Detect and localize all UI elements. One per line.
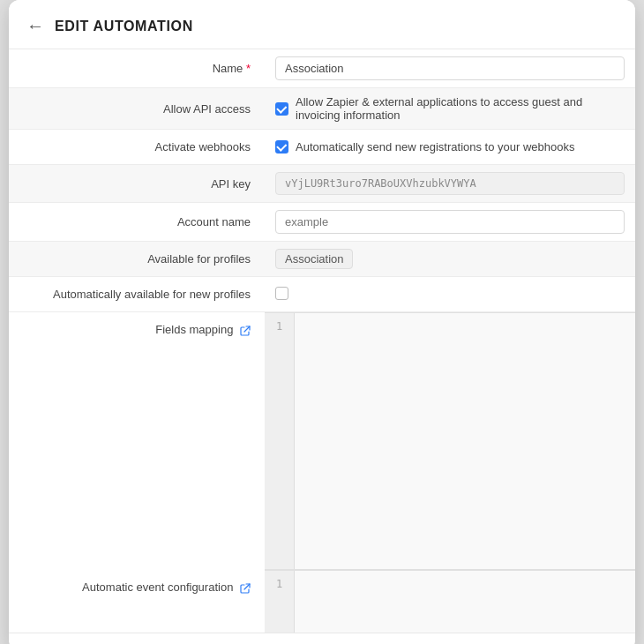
- available-profiles-label: Available for profiles: [9, 243, 265, 274]
- account-name-value: [265, 203, 635, 241]
- auto-event-editor[interactable]: 1: [265, 570, 635, 633]
- name-value: [265, 49, 635, 87]
- auto-event-external-link-icon[interactable]: [240, 583, 251, 594]
- auto-available-value: [265, 280, 635, 310]
- svg-line-0: [244, 326, 250, 332]
- allow-api-checkbox[interactable]: [275, 102, 288, 116]
- activate-webhooks-text: Automatically send new registrations to …: [296, 140, 575, 154]
- allow-api-text: Allow Zapier & external applications to …: [296, 95, 625, 122]
- auto-available-row: Automatically available for new profiles: [9, 277, 635, 312]
- auto-event-content[interactable]: [295, 571, 635, 633]
- api-key-input[interactable]: [275, 172, 625, 195]
- fields-mapping-content[interactable]: [295, 313, 635, 569]
- svg-line-1: [244, 584, 250, 589]
- activate-webhooks-checkbox-row: Automatically send new registrations to …: [275, 140, 625, 154]
- allow-api-value: Allow Zapier & external applications to …: [265, 88, 635, 129]
- available-profiles-value: Association: [265, 242, 635, 276]
- account-name-row: Account name: [9, 203, 635, 242]
- activate-webhooks-checkbox[interactable]: [275, 140, 288, 154]
- fields-mapping-row: Fields mapping 1: [9, 312, 635, 570]
- page-header: ← EDIT AUTOMATION: [9, 0, 635, 49]
- auto-available-label: Automatically available for new profiles: [9, 279, 265, 310]
- fields-mapping-editor[interactable]: 1: [265, 312, 635, 570]
- auto-event-label: Automatic event configuration: [9, 570, 265, 603]
- auto-available-checkbox[interactable]: [275, 287, 288, 300]
- allow-api-label: Allow API access: [9, 94, 265, 124]
- profile-tag[interactable]: Association: [275, 249, 353, 269]
- fields-mapping-external-link-icon[interactable]: [240, 326, 251, 336]
- back-button[interactable]: ←: [26, 16, 44, 36]
- account-name-label: Account name: [9, 206, 265, 237]
- fields-mapping-label: Fields mapping: [9, 312, 265, 345]
- name-row: Name *: [9, 49, 635, 88]
- activate-webhooks-label: Activate webhooks: [9, 131, 265, 162]
- account-name-input[interactable]: [275, 210, 625, 234]
- api-key-row: API key: [9, 165, 635, 203]
- name-input[interactable]: [275, 56, 625, 80]
- page-title: EDIT AUTOMATION: [55, 19, 193, 34]
- edit-automation-window: ← EDIT AUTOMATION Name * Allow API acces…: [9, 0, 635, 644]
- name-label: Name *: [9, 53, 265, 84]
- allow-api-access-row: Allow API access Allow Zapier & external…: [9, 88, 635, 130]
- required-indicator: *: [246, 62, 251, 75]
- auto-event-header-row: Automatic event configuration 1: [9, 570, 635, 633]
- auto-event-section: Automatic event configuration 1: [9, 570, 635, 633]
- activate-webhooks-row: Activate webhooks Automatically send new…: [9, 130, 635, 165]
- allow-api-checkbox-row: Allow Zapier & external applications to …: [275, 95, 625, 122]
- api-key-value: [265, 165, 635, 202]
- activate-webhooks-value: Automatically send new registrations to …: [265, 133, 635, 161]
- available-profiles-row: Available for profiles Association: [9, 242, 635, 277]
- auto-event-gutter: 1: [265, 571, 295, 633]
- fields-mapping-gutter: 1: [265, 313, 295, 569]
- api-key-label: API key: [9, 168, 265, 199]
- form-section: Name * Allow API access Allow Zapier & e…: [9, 49, 635, 633]
